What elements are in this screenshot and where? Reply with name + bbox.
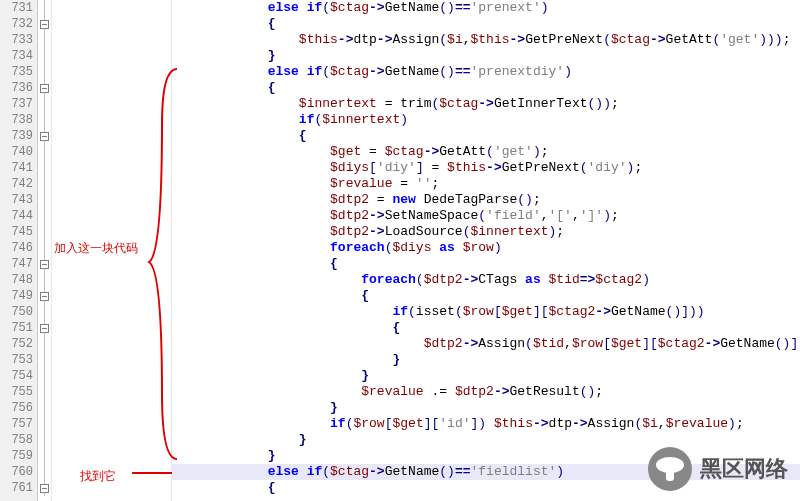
code-line[interactable]: else if($ctag->GetName()=='fieldlist') <box>172 464 800 480</box>
code-line[interactable]: } <box>172 352 800 368</box>
code-line[interactable]: if($innertext) <box>172 112 800 128</box>
line-number: 743 <box>0 192 37 208</box>
code-line[interactable]: } <box>172 48 800 64</box>
fold-toggle[interactable] <box>40 292 49 301</box>
fold-column[interactable] <box>38 0 52 501</box>
code-editor[interactable]: 7317327337347357367377387397407417427437… <box>0 0 800 501</box>
code-line[interactable]: if($row[$get]['id']) $this->dtp->Assign(… <box>172 416 800 432</box>
line-number: 751 <box>0 320 37 336</box>
line-number: 735 <box>0 64 37 80</box>
code-line[interactable]: $this->dtp->Assign($i,$this->GetPreNext(… <box>172 32 800 48</box>
line-number: 757 <box>0 416 37 432</box>
line-number: 738 <box>0 112 37 128</box>
line-number: 752 <box>0 336 37 352</box>
annotation-found-it: 找到它 <box>80 468 116 485</box>
code-line[interactable]: $diys['diy'] = $this->GetPreNext('diy'); <box>172 160 800 176</box>
line-number: 746 <box>0 240 37 256</box>
line-number: 760 <box>0 464 37 480</box>
line-number: 745 <box>0 224 37 240</box>
code-line[interactable]: foreach($dtp2->CTags as $tid=>$ctag2) <box>172 272 800 288</box>
line-number: 747 <box>0 256 37 272</box>
code-line[interactable]: } <box>172 432 800 448</box>
line-number: 733 <box>0 32 37 48</box>
line-number: 755 <box>0 384 37 400</box>
line-number: 758 <box>0 432 37 448</box>
code-line[interactable]: { <box>172 256 800 272</box>
line-number: 732 <box>0 16 37 32</box>
line-number: 750 <box>0 304 37 320</box>
code-line[interactable]: } <box>172 400 800 416</box>
line-number: 739 <box>0 128 37 144</box>
code-line[interactable]: } <box>172 448 800 464</box>
code-line[interactable]: { <box>172 80 800 96</box>
line-number: 740 <box>0 144 37 160</box>
line-number: 749 <box>0 288 37 304</box>
code-line[interactable]: else if($ctag->GetName()=='prenextdiy') <box>172 64 800 80</box>
code-line[interactable]: } <box>172 368 800 384</box>
code-line[interactable]: $get = $ctag->GetAtt('get'); <box>172 144 800 160</box>
fold-toggle[interactable] <box>40 484 49 493</box>
line-number: 742 <box>0 176 37 192</box>
line-number: 736 <box>0 80 37 96</box>
code-line[interactable]: { <box>172 288 800 304</box>
annotation-add-block: 加入这一块代码 <box>54 240 138 257</box>
code-line[interactable]: $revalue = ''; <box>172 176 800 192</box>
code-line[interactable]: $dtp2 = new DedeTagParse(); <box>172 192 800 208</box>
line-number-gutter: 7317327337347357367377387397407417427437… <box>0 0 38 501</box>
code-line[interactable]: $dtp2->Assign($tid,$row[$get][$ctag2->Ge… <box>172 336 800 352</box>
line-number: 734 <box>0 48 37 64</box>
code-line[interactable]: foreach($diys as $row) <box>172 240 800 256</box>
code-line[interactable]: { <box>172 480 800 496</box>
code-area[interactable]: else if($ctag->GetName()=='prenext') { $… <box>172 0 800 501</box>
code-line[interactable]: if(isset($row[$get][$ctag2->GetName()])) <box>172 304 800 320</box>
line-number: 741 <box>0 160 37 176</box>
code-line[interactable]: { <box>172 128 800 144</box>
code-line[interactable]: { <box>172 16 800 32</box>
annotation-column: 加入这一块代码 找到它 <box>52 0 172 501</box>
line-number: 731 <box>0 0 37 16</box>
code-line[interactable]: $revalue .= $dtp2->GetResult(); <box>172 384 800 400</box>
line-number: 761 <box>0 480 37 496</box>
code-line[interactable]: $innertext = trim($ctag->GetInnerText())… <box>172 96 800 112</box>
line-number: 753 <box>0 352 37 368</box>
code-line[interactable]: $dtp2->LoadSource($innertext); <box>172 224 800 240</box>
fold-toggle[interactable] <box>40 84 49 93</box>
fold-toggle[interactable] <box>40 324 49 333</box>
code-line[interactable]: { <box>172 320 800 336</box>
fold-toggle[interactable] <box>40 20 49 29</box>
line-number: 759 <box>0 448 37 464</box>
line-number: 748 <box>0 272 37 288</box>
fold-toggle[interactable] <box>40 260 49 269</box>
code-line[interactable]: else if($ctag->GetName()=='prenext') <box>172 0 800 16</box>
code-line[interactable]: $dtp2->SetNameSpace('field','[',']'); <box>172 208 800 224</box>
line-number: 737 <box>0 96 37 112</box>
fold-toggle[interactable] <box>40 132 49 141</box>
line-number: 756 <box>0 400 37 416</box>
line-number: 744 <box>0 208 37 224</box>
line-number: 754 <box>0 368 37 384</box>
